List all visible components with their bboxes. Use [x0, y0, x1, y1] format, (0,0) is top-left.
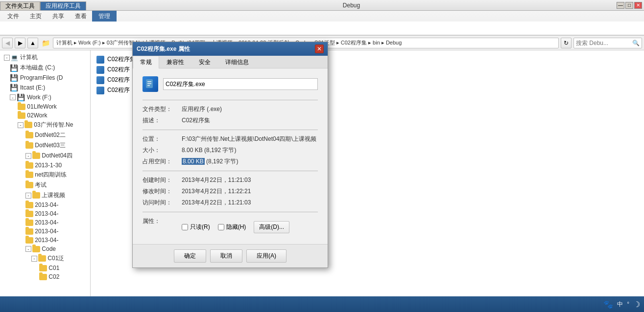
info-table-2: 位置： F:\03广州传智.Net上课视频\DotNet04四期\上课视频 大小… — [143, 135, 318, 166]
info-row-disksize: 占用空间： 8.00 KB (8,192 字节) — [143, 157, 318, 166]
dialog-tabs: 常规 兼容性 安全 详细信息 — [133, 56, 328, 68]
hidden-checkbox[interactable] — [218, 224, 224, 230]
dialog-title-text: C02程序集.exe 属性 — [137, 45, 190, 53]
desc-value: C02程序集 — [182, 116, 318, 125]
dialog-footer: 确定 取消 应用(A) — [133, 244, 328, 267]
svg-rect-1 — [147, 81, 151, 82]
modified-value: 2013年4月22日，11:22:21 — [182, 187, 318, 196]
accessed-value: 2013年4月22日，11:21:03 — [182, 199, 318, 207]
dialog-title-bar: C02程序集.exe 属性 ✕ — [133, 42, 328, 56]
tab-security[interactable]: 安全 — [191, 56, 218, 68]
tab-compatibility[interactable]: 兼容性 — [159, 56, 191, 68]
ok-button[interactable]: 确定 — [174, 249, 206, 263]
size-value: 8.00 KB (8,192 字节) — [182, 146, 318, 155]
location-label: 位置： — [143, 135, 182, 143]
size-label: 大小： — [143, 146, 182, 155]
disksize-value: 8.00 KB (8,192 字节) — [182, 157, 318, 166]
created-label: 创建时间： — [143, 176, 182, 184]
filename-input[interactable] — [163, 78, 318, 90]
info-row-attr: 属性： 只读(R) 隐藏(H) 高级(D)... — [143, 217, 318, 233]
readonly-checkbox-item: 只读(R) — [182, 223, 210, 231]
info-table-3: 创建时间： 2013年4月22日，11:21:03 修改时间： 2013年4月2… — [143, 176, 318, 207]
tab-general[interactable]: 常规 — [133, 56, 159, 68]
filetype-value: 应用程序 (.exe) — [182, 105, 318, 113]
svg-rect-3 — [147, 85, 150, 86]
disksize-highlighted: 8.00 KB — [182, 158, 205, 165]
info-row-accessed: 访问时间： 2013年4月22日，11:21:03 — [143, 199, 318, 207]
info-row-filetype: 文件类型： 应用程序 (.exe) — [143, 105, 318, 113]
dialog-overlay: C02程序集.exe 属性 ✕ 常规 兼容性 安全 详细信息 — [0, 0, 644, 312]
dialog-close-button[interactable]: ✕ — [315, 45, 324, 53]
hidden-checkbox-item: 隐藏(H) — [218, 223, 246, 231]
disksize-label: 占用空间： — [143, 157, 182, 166]
separator-4 — [143, 212, 318, 212]
info-row-modified: 修改时间： 2013年4月22日，11:22:21 — [143, 187, 318, 196]
dialog-body: 文件类型： 应用程序 (.exe) 描述： C02程序集 位置： F:\03广州… — [133, 68, 328, 244]
filetype-label: 文件类型： — [143, 105, 182, 113]
separator-1 — [143, 100, 318, 100]
properties-dialog: C02程序集.exe 属性 ✕ 常规 兼容性 安全 详细信息 — [132, 42, 328, 268]
info-row-size: 大小： 8.00 KB (8,192 字节) — [143, 146, 318, 155]
tab-details[interactable]: 详细信息 — [218, 56, 256, 68]
apply-button[interactable]: 应用(A) — [246, 249, 286, 263]
created-value: 2013年4月22日，11:21:03 — [182, 176, 318, 184]
file-header-icon — [143, 76, 158, 92]
separator-3 — [143, 171, 318, 171]
svg-rect-2 — [147, 83, 151, 84]
cancel-button[interactable]: 取消 — [210, 249, 242, 263]
hidden-label: 隐藏(H) — [226, 223, 246, 231]
info-row-created: 创建时间： 2013年4月22日，11:21:03 — [143, 176, 318, 184]
separator-2 — [143, 130, 318, 130]
readonly-checkbox[interactable] — [182, 224, 188, 230]
info-table: 文件类型： 应用程序 (.exe) 描述： C02程序集 — [143, 105, 318, 125]
accessed-label: 访问时间： — [143, 199, 182, 207]
desc-label: 描述： — [143, 116, 182, 125]
file-header — [143, 76, 318, 92]
advanced-button[interactable]: 高级(D)... — [254, 221, 289, 233]
info-row-desc: 描述： C02程序集 — [143, 116, 318, 125]
attr-label: 属性： — [143, 217, 182, 233]
readonly-label: 只读(R) — [190, 223, 210, 231]
modified-label: 修改时间： — [143, 187, 182, 196]
info-row-location: 位置： F:\03广州传智.Net上课视频\DotNet04四期\上课视频 — [143, 135, 318, 143]
location-value: F:\03广州传智.Net上课视频\DotNet04四期\上课视频 — [182, 135, 318, 143]
attr-row: 只读(R) 隐藏(H) 高级(D)... — [182, 221, 289, 233]
